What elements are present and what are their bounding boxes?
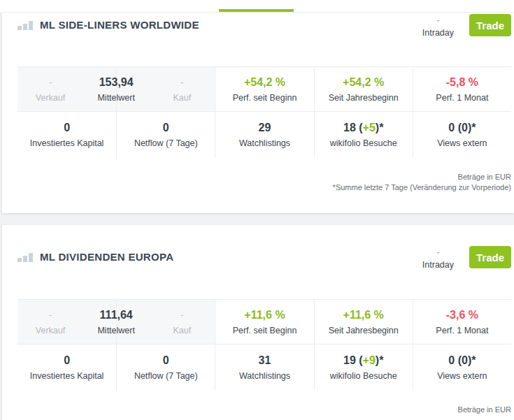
wikifolio-card: ML SIDE-LINERS WORLDWIDE - Intraday Trad… [2,13,514,213]
sell-quote: - Verkauf [17,67,83,111]
mid-quote: 111,64 Mittelwert [83,300,149,344]
bar-chart-icon [17,21,33,30]
stat-value: 31 [259,354,271,368]
perf-since-start-cell: +11,6 % Perf. seit Beginn [215,300,313,344]
quote-block: - Intraday [422,14,454,38]
stat-value: -3,6 % [446,308,478,322]
mid-quote: 153,94 Mittelwert [83,67,149,111]
netflow-cell: 0 Netflow (7 Tage) [116,112,215,158]
stat-label: Netflow (7 Tage) [134,370,198,382]
stat-label: wikifolio Besuche [330,370,397,382]
stat-label: Seit Jahresbeginn [329,92,399,103]
quote-value: - [422,16,454,25]
buy-quote: - Kauf [149,300,215,344]
stats-table: - Verkauf 111,64 Mittelwert - Kauf +11,6… [17,299,511,420]
price-box: - Verkauf 153,94 Mittelwert - Kauf [17,67,215,111]
sell-label: Verkauf [36,92,65,103]
card-title-group: ML DIVIDENDEN EUROPA [17,250,173,264]
invested-capital-cell: 0 Investiertes Kapital [17,112,116,158]
stat-value: +11,6 % [343,308,384,322]
netflow-cell: 0 Netflow (7 Tage) [116,345,215,391]
tab-bar [0,0,514,12]
stat-label: Investiertes Kapital [30,370,104,382]
perf-1month-cell: -5,8 % Perf. 1 Monat [413,67,511,111]
card-footnotes: Beträge in EUR *Summe letzte 7 Tage (Ver… [17,172,511,213]
stat-label: Netflow (7 Tage) [134,138,198,149]
stat-value: -5,8 % [446,75,478,89]
card-header: ML DIVIDENDEN EUROPA - Intraday Trade [2,225,514,299]
buy-label: Kauf [173,325,191,336]
stat-label: Watchlistings [239,370,290,382]
wikifolio-visits-cell: 18 (+5)* wikifolio Besuche [314,112,413,158]
wikifolio-title[interactable]: ML DIVIDENDEN EUROPA [40,250,173,264]
card-header-right: - Intraday Trade [422,246,511,270]
quote-type-label: Intraday [422,27,454,38]
stat-label: Perf. 1 Monat [436,325,488,336]
card-footnotes: Beträge in EUR [17,405,511,420]
sell-value: - [49,75,52,89]
perf-since-start-cell: +54,2 % Perf. seit Beginn [215,67,313,111]
card-header: ML SIDE-LINERS WORLDWIDE - Intraday Trad… [2,13,514,66]
buy-value: - [180,75,183,89]
card-title-group: ML SIDE-LINERS WORLDWIDE [17,18,199,32]
views-extern-cell: 0 (0)* Views extern [413,112,511,158]
mid-value: 153,94 [99,75,134,89]
stat-value: +54,2 % [244,75,285,89]
stat-label: Views extern [437,138,487,149]
stat-value: +11,6 % [244,308,285,322]
views-extern-cell: 0 (0)* Views extern [413,345,511,391]
footnote-sum-note: *Summe letzte 7 Tage (Veränderung zur Vo… [17,182,511,193]
trade-button[interactable]: Trade [469,14,511,36]
stat-value: 19 (+9)* [343,354,383,368]
stat-label: Investiertes Kapital [30,138,104,149]
bar-chart-icon [17,253,33,262]
perf-ytd-cell: +54,2 % Seit Jahresbeginn [314,67,413,111]
footnote-currency: Beträge in EUR [17,172,511,182]
watchlistings-cell: 29 Watchlistings [215,112,313,158]
stat-label: Perf. seit Beginn [233,325,297,336]
quote-value: - [422,248,454,257]
stat-value: 0 (0)* [448,121,476,135]
quote-performance-row: - Verkauf 153,94 Mittelwert - Kauf +54,2… [17,66,511,112]
buy-quote: - Kauf [149,67,215,111]
quote-block: - Intraday [422,246,454,270]
stat-value: 29 [259,121,271,135]
price-box: - Verkauf 111,64 Mittelwert - Kauf [17,300,215,344]
activity-stats-row: 0 Investiertes Kapital 0 Netflow (7 Tage… [17,345,511,391]
stat-value: 0 [163,121,169,135]
stat-value: +54,2 % [343,75,384,89]
footnote-currency: Beträge in EUR [17,405,511,415]
stat-value: 0 [163,354,169,368]
mid-value: 111,64 [100,308,133,322]
stat-value: 0 [64,121,70,135]
sell-label: Verkauf [36,325,65,336]
trade-button[interactable]: Trade [469,246,511,268]
stat-value: 0 (0)* [448,354,476,368]
card-header-right: - Intraday Trade [422,14,511,38]
mid-label: Mittelwert [97,325,134,336]
stat-label: Perf. 1 Monat [436,92,488,103]
stat-value: 18 (+5)* [343,121,383,135]
stat-label: Watchlistings [239,138,290,149]
watchlistings-cell: 31 Watchlistings [215,345,313,391]
wikifolio-visits-cell: 19 (+9)* wikifolio Besuche [314,345,413,391]
stat-label: Views extern [437,370,487,382]
quote-performance-row: - Verkauf 111,64 Mittelwert - Kauf +11,6… [17,299,511,345]
quote-type-label: Intraday [422,259,454,270]
stat-label: wikifolio Besuche [330,138,397,149]
perf-1month-cell: -3,6 % Perf. 1 Monat [413,300,511,344]
wikifolio-title[interactable]: ML SIDE-LINERS WORLDWIDE [40,18,199,32]
buy-value: - [180,308,183,322]
activity-stats-row: 0 Investiertes Kapital 0 Netflow (7 Tage… [17,112,511,158]
sell-quote: - Verkauf [17,300,83,344]
active-tab-indicator[interactable] [219,9,294,12]
stat-label: Perf. seit Beginn [233,92,297,103]
wikifolio-card: ML DIVIDENDEN EUROPA - Intraday Trade - … [2,225,514,420]
stats-table: - Verkauf 153,94 Mittelwert - Kauf +54,2… [17,66,511,213]
stat-value: 0 [64,354,70,368]
perf-ytd-cell: +11,6 % Seit Jahresbeginn [314,300,413,344]
stat-label: Seit Jahresbeginn [329,325,399,336]
invested-capital-cell: 0 Investiertes Kapital [17,345,116,391]
sell-value: - [49,308,52,322]
mid-label: Mittelwert [97,92,134,103]
